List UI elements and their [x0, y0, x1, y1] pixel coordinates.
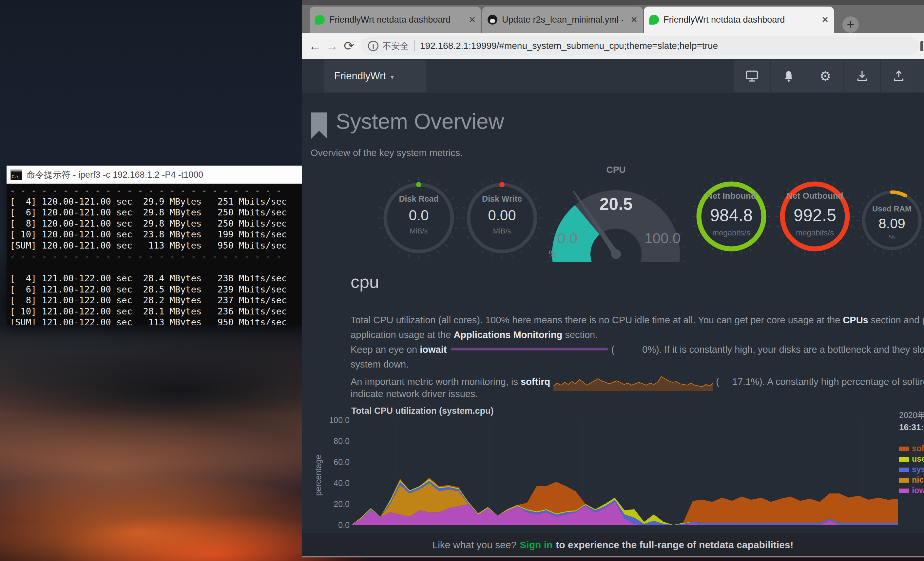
y-tick: 20.0	[326, 499, 350, 509]
iowait-sparkline	[451, 349, 608, 349]
cutoff-nav-button	[918, 60, 924, 92]
help-line-1: Total CPU utilization (all cores). 100% …	[351, 315, 924, 326]
settings-button[interactable]: ⚙	[807, 60, 843, 92]
y-tick: 80.0	[326, 436, 350, 446]
disk-read-label: Disk Read	[386, 194, 452, 204]
tab-label: FriendlyWrt netdata dashboard	[329, 15, 464, 25]
help-line-2: application usage at the Applications Mo…	[351, 329, 598, 340]
y-tick: 0.0	[326, 520, 350, 530]
forward-button[interactable]: →	[323, 37, 340, 55]
monitor-icon	[745, 69, 759, 83]
disk-read-unit: MiB/s	[386, 227, 452, 235]
tab-label: FriendlyWrt netdata dashboard	[663, 15, 817, 25]
info-icon[interactable]: i	[368, 41, 378, 51]
tab-netdata-1[interactable]: FriendlyWrt netdata dashboard ✕	[310, 6, 481, 33]
upload-icon	[892, 69, 905, 83]
host-name: FriendlyWrt	[334, 70, 386, 82]
import-button[interactable]	[844, 60, 880, 92]
net-inbound-unit: megabits/s	[699, 228, 764, 238]
github-favicon	[488, 15, 497, 25]
nodes-view-button[interactable]	[734, 60, 770, 92]
gear-icon: ⚙	[819, 69, 831, 84]
softirq-sparkline	[554, 374, 713, 391]
tab-close-icon[interactable]: ✕	[468, 15, 476, 25]
chevron-down-icon: ▾	[391, 74, 394, 81]
chart-date: 2020年3	[899, 410, 924, 421]
download-icon	[855, 69, 868, 83]
netdata-page: FriendlyWrt▾ ⚙ System Overview Overview …	[302, 59, 924, 556]
cpu-section-heading: cpu	[351, 271, 379, 292]
cpu-gauge-value: 20.5	[583, 194, 649, 214]
applications-monitoring-link[interactable]: Applications Monitoring	[453, 329, 562, 340]
iowait-value: 0%).	[642, 344, 662, 355]
bell-icon	[782, 69, 795, 83]
legend-item-iowait[interactable]: iowait	[899, 486, 924, 494]
y-tick: 40.0	[326, 478, 350, 488]
disk-write-label: Disk Write	[469, 194, 535, 204]
signin-link[interactable]: Sign in	[520, 539, 552, 550]
cpu-utilization-chart[interactable]	[351, 420, 898, 525]
legend-item-system[interactable]: system	[899, 465, 924, 473]
bookmark-icon	[311, 113, 327, 139]
net-outbound-unit: megabits/s	[782, 228, 848, 238]
legend-swatch	[899, 447, 909, 451]
back-button[interactable]: ←	[306, 37, 323, 55]
softirq-value: 17.1%).	[732, 376, 765, 387]
divider	[414, 40, 415, 51]
net-outbound-label: Net Outbound	[782, 191, 848, 201]
tab-netdata-2-active[interactable]: FriendlyWrt netdata dashboard ✕	[644, 6, 834, 33]
legend-swatch	[899, 489, 909, 493]
export-button[interactable]	[881, 60, 917, 92]
section-title: System Overview	[336, 109, 504, 134]
netdata-favicon	[649, 15, 659, 25]
reload-button[interactable]: ⟳	[340, 37, 357, 55]
help-line-6: indicate network driver issues.	[351, 388, 478, 399]
legend-swatch	[899, 478, 909, 483]
address-bar[interactable]: i 不安全 192.168.2.1:19999/#menu_system_sub…	[361, 36, 919, 56]
cpu-gauge-max: 100.0	[636, 230, 689, 247]
cpu-gauge-min: 0.0	[541, 230, 594, 247]
used-ram-value: 8.09	[859, 216, 924, 232]
browser-toolbar: ← → ⟳ i 不安全 192.168.2.1:19999/#menu_syst…	[302, 33, 924, 59]
legend-item-nice[interactable]: nice	[899, 475, 924, 484]
new-tab-button[interactable]: +	[842, 17, 859, 33]
netdata-favicon	[315, 15, 325, 25]
net-outbound-value: 992.5	[782, 205, 848, 225]
used-ram-unit: %	[859, 233, 924, 241]
cmd-icon: C:\_	[10, 170, 22, 180]
netdata-navbar: FriendlyWrt▾ ⚙	[302, 59, 924, 93]
terminal-window: C:\_ 命令提示符 - iperf3 -c 192.168.1.2 -P4 -…	[6, 165, 302, 325]
terminal-titlebar[interactable]: C:\_ 命令提示符 - iperf3 -c 192.168.1.2 -P4 -…	[6, 165, 302, 184]
window-frame	[302, 0, 924, 5]
net-inbound-value: 984.8	[699, 205, 764, 225]
tab-label: Update r2s_lean_minimal.yml · k	[502, 15, 626, 25]
disk-write-unit: MiB/s	[469, 227, 535, 235]
terminal-title: 命令提示符 - iperf3 -c 192.168.1.2 -P4 -t1000	[26, 169, 203, 180]
tab-close-icon[interactable]: ✕	[630, 15, 638, 25]
tab-github[interactable]: Update r2s_lean_minimal.yml · k ✕	[482, 6, 643, 33]
legend-swatch	[899, 468, 909, 472]
legend-item-user[interactable]: user	[899, 454, 924, 463]
used-ram-label: Used RAM	[859, 204, 924, 214]
chart-legend: 2020年3 16:31:2 softirqusersystemniceiowa…	[899, 406, 924, 547]
y-tick: 60.0	[326, 457, 350, 467]
section-subtitle: Overview of the key system metrics.	[310, 147, 463, 158]
signin-suffix: to experience the full-range of netdata …	[556, 539, 793, 550]
help-line-4: system down.	[351, 359, 409, 370]
legend-item-softirq[interactable]: softirq	[899, 444, 924, 452]
signin-bar: Like what you see? Sign in to experience…	[302, 533, 924, 556]
cpus-link[interactable]: CPUs	[843, 315, 868, 325]
cpu-gauge-label: CPU	[583, 165, 649, 175]
url-text[interactable]: 192.168.2.1:19999/#menu_system_submenu_c…	[420, 41, 718, 51]
chart-title: Total CPU utilization (system.cpu)	[351, 406, 494, 416]
alarms-button[interactable]	[771, 60, 807, 92]
disk-read-value: 0.0	[386, 207, 452, 224]
chart-time: 16:31:2	[899, 422, 924, 432]
tab-close-icon[interactable]: ✕	[822, 15, 829, 25]
y-tick: 100.0	[326, 415, 350, 425]
browser-window: FriendlyWrt netdata dashboard ✕ Update r…	[302, 0, 924, 557]
help-line-3: Keep an eye on iowait(0%). If it is cons…	[351, 344, 924, 355]
host-selector[interactable]: FriendlyWrt▾	[324, 60, 426, 92]
tab-strip: FriendlyWrt netdata dashboard ✕ Update r…	[302, 5, 924, 33]
security-label[interactable]: 不安全	[382, 40, 409, 52]
